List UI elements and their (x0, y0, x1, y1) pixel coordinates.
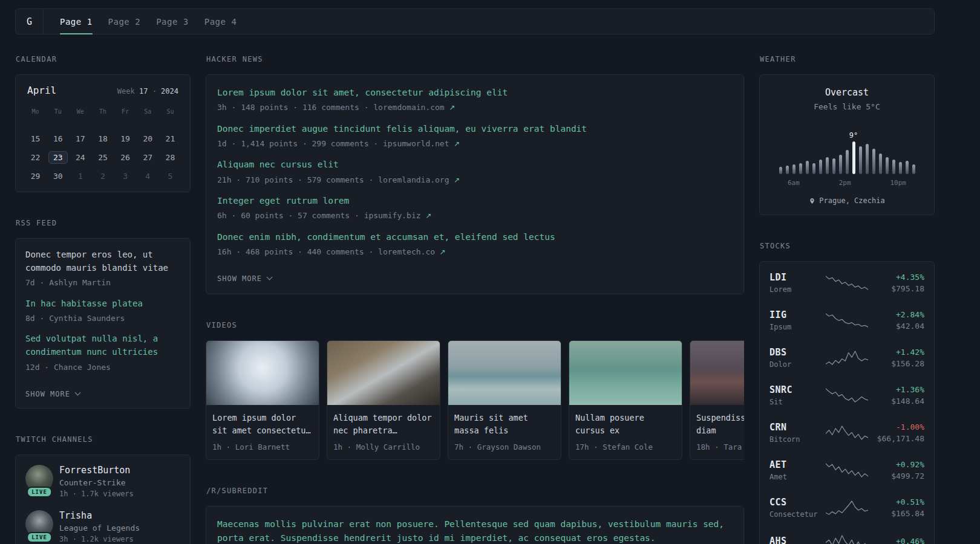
calendar-day-number: 20 (143, 134, 152, 143)
page-tab[interactable]: Page 3 (148, 9, 197, 34)
weather-bar-fill (812, 163, 815, 174)
external-link-icon: ↗ (454, 140, 460, 148)
stock-values: +4.35% $795.18 (872, 273, 924, 293)
hackernews-domain-link[interactable]: loremlandia.org (378, 175, 449, 184)
calendar-dot: · (152, 87, 157, 96)
twitch-channel-meta: 1h · 1.7k viewers (59, 490, 134, 498)
hackernews-item-link[interactable]: Donec imperdiet augue tincidunt felis al… (217, 122, 733, 135)
calendar-section: CALENDAR April Week 17 · 2024 (15, 55, 191, 192)
stock-name: Amet (769, 473, 822, 481)
subreddit-section: /R/SUBREDDIT Maecenas mollis pulvinar er… (206, 487, 744, 544)
calendar-day: 27 (137, 148, 159, 167)
page-tabs: Page 1 Page 2 Page 3 Page 4 (52, 9, 244, 34)
stock-symbol: LDI (769, 272, 822, 283)
weather-card: Overcast Feels like 5°C (759, 74, 935, 215)
subreddit-post-link[interactable]: Maecenas mollis pulvinar erat non posuer… (217, 517, 733, 544)
weather-bar (872, 149, 875, 174)
hackernews-item-link[interactable]: Lorem ipsum dolor sit amet, consectetur … (217, 86, 733, 99)
stock-change-percent: +0.51% (872, 497, 924, 507)
weather-bar-fill (892, 160, 895, 174)
stock-row[interactable]: AHS +0.46% (769, 526, 924, 544)
stock-price: $66,171.48 (872, 434, 924, 443)
rss-item: In hac habitasse platea 8d · Cynthia Sau… (25, 297, 180, 325)
weather-section: WEATHER Overcast Feels like 5°C (759, 55, 935, 215)
calendar-day: 22 (24, 148, 47, 167)
video-card[interactable]: Nullam posuere cursus ex 17h · Stefan Co… (569, 340, 682, 460)
twitch-channel-row[interactable]: LIVE ForrestBurton Counter-Strike 1h · 1… (25, 465, 180, 498)
video-info: Aliquam tempor dolor nec pharetra… 1h · … (327, 405, 440, 459)
calendar-day: 17 (69, 129, 91, 148)
stock-row[interactable]: LDI Lorem +4.35% $795.18 (769, 264, 924, 302)
calendar-day-number: 5 (168, 172, 173, 181)
calendar-card: April Week 17 · 2024 Mo Tu (15, 74, 191, 192)
weather-bar-fill (852, 141, 855, 174)
calendar-day: 3 (114, 167, 137, 186)
calendar-day-number: 3 (123, 172, 128, 181)
weather-bar (906, 161, 909, 174)
chevron-down-icon (267, 274, 273, 280)
hackernews-list: Lorem ipsum dolor sit amet, consectetur … (217, 86, 733, 257)
stock-price: $156.28 (872, 359, 924, 368)
page-tab-label: Page 1 (60, 17, 93, 27)
stock-row[interactable]: DBS Dolor +1.42% $156.28 (769, 339, 924, 377)
calendar-day-number: 27 (143, 153, 152, 162)
page-tab[interactable]: Page 1 (52, 9, 100, 34)
calendar-day-number: 24 (76, 153, 85, 162)
weather-bar-fill (872, 149, 875, 174)
stock-identity: AET Amet (769, 459, 822, 481)
twitch-channel-row[interactable]: LIVE Trisha League of Legends 3h · 1.2k … (25, 510, 180, 543)
rss-item-meta: 7d · Ashlyn Martin (25, 277, 180, 288)
hackernews-item: Donec enim nibh, condimentum et accumsan… (217, 230, 733, 258)
weather-bar-fill (792, 164, 795, 174)
stock-identity: SNRC Sit (769, 384, 822, 406)
hackernews-domain-link[interactable]: ipsumworld.net (383, 139, 449, 148)
calendar-day-number: 23 (48, 151, 68, 164)
hackernews-show-more-button[interactable]: SHOW MORE (217, 274, 272, 283)
stock-row[interactable]: AET Amet +0.92% $499.72 (769, 452, 924, 489)
page-tab-label: Page 2 (108, 17, 141, 27)
rss-show-more-button[interactable]: SHOW MORE (25, 390, 80, 398)
weather-bar (786, 166, 789, 174)
subreddit-section-title: /R/SUBREDDIT (206, 487, 744, 495)
calendar-day: 30 (47, 167, 69, 186)
calendar-weekday: Th (91, 105, 114, 121)
stock-row[interactable]: IIG Ipsum +2.84% $42.04 (769, 302, 924, 339)
video-card[interactable]: Lorem ipsum dolor sit amet consectetu… 1… (206, 340, 319, 460)
calendar-day: 4 (137, 167, 159, 186)
video-card[interactable]: Aliquam tempor dolor nec pharetra… 1h · … (327, 340, 440, 460)
calendar-section-title: CALENDAR (16, 55, 191, 63)
weather-bar-fill (846, 150, 849, 174)
stock-change-percent: +0.92% (872, 460, 924, 469)
stock-price: $42.04 (872, 322, 924, 331)
twitch-channel-game: League of Legends (59, 523, 140, 533)
hackernews-item: Aliquam nec cursus elit 21h · 710 points… (217, 158, 733, 186)
stock-row[interactable]: CCS Consectetur +0.51% $165.84 (769, 489, 924, 526)
weather-bar (826, 157, 829, 174)
hackernews-item-link[interactable]: Integer eget rutrum lorem (217, 194, 733, 207)
calendar-day: 28 (159, 148, 181, 167)
stock-symbol: SNRC (769, 384, 822, 395)
rss-item-link[interactable]: Sed volutpat nulla nisl, a condimentum n… (25, 332, 180, 358)
hackernews-domain-link[interactable]: loremtech.co (378, 247, 435, 256)
rss-item-link[interactable]: In hac habitasse platea (25, 297, 180, 311)
hackernews-item-link[interactable]: Aliquam nec cursus elit (217, 158, 733, 171)
page-tab[interactable]: Page 4 (197, 9, 245, 34)
rss-item-link[interactable]: Donec tempor eros leo, ut commodo mauris… (25, 248, 180, 274)
stock-symbol: AHS (769, 536, 822, 544)
hackernews-item-meta: 6h · 60 points · 57 comments · ipsumify.… (217, 210, 733, 221)
stock-row[interactable]: SNRC Sit +1.36% $148.64 (769, 377, 924, 414)
hackernews-domain-link[interactable]: ipsumify.biz (364, 211, 421, 220)
hackernews-item-meta: 3h · 148 points · 116 comments · loremdo… (217, 102, 733, 113)
stock-row[interactable]: CRN Bitcorn -1.00% $66,171.48 (769, 414, 924, 452)
twitch-channel-game: Counter-Strike (59, 478, 134, 487)
hackernews-item-link[interactable]: Donec enim nibh, condimentum et accumsan… (217, 230, 733, 244)
weather-hourly-chart: 9° (769, 127, 924, 174)
hackernews-domain-link[interactable]: loremdomain.com (373, 103, 444, 112)
twitch-channel-name: ForrestBurton (59, 465, 134, 476)
weather-bar-fill (799, 163, 802, 174)
video-card[interactable]: Mauris sit amet massa felis 7h · Grayson… (448, 340, 561, 460)
video-thumbnail (327, 341, 440, 405)
page-tab[interactable]: Page 2 (100, 9, 149, 34)
video-card[interactable]: Suspendisse diam 18h · Tara (690, 340, 744, 460)
calendar-week-info: Week 17 · 2024 (117, 87, 178, 96)
